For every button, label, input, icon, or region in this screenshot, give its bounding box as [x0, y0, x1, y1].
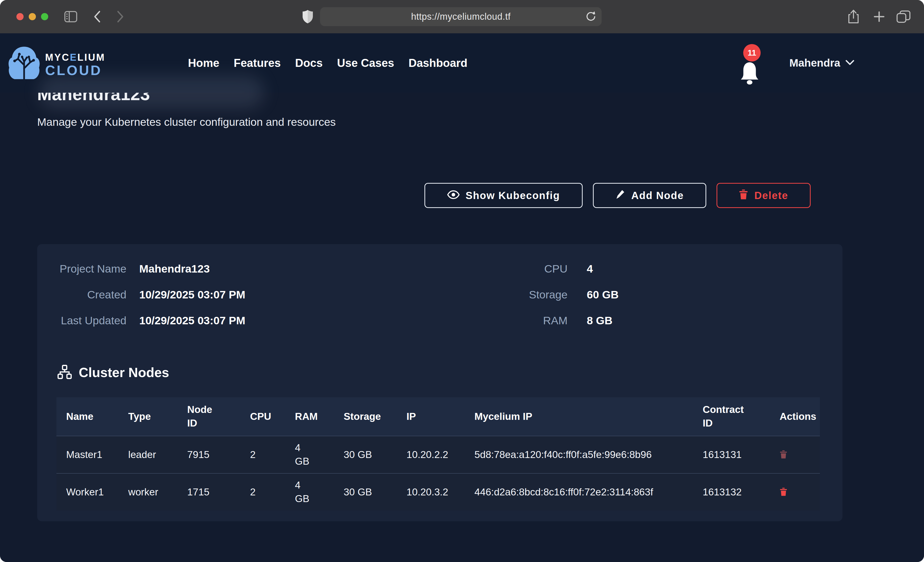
- info-value: 4: [587, 263, 593, 275]
- info-label: Created: [56, 288, 126, 301]
- info-row-project-name: Project Name Mahendra123: [56, 263, 245, 275]
- col-header-name: Name: [56, 397, 118, 436]
- eye-icon: [447, 190, 460, 201]
- logo-line-mycelium: MYCELIUM: [45, 52, 105, 62]
- cell-contract-id: 1613132: [693, 473, 770, 511]
- notifications-button[interactable]: 11: [737, 33, 770, 93]
- cluster-nodes-section-header: Cluster Nodes: [57, 365, 169, 380]
- col-header-actions: Actions: [770, 397, 820, 436]
- cell-mycelium-ip: 446:d2a6:8bcd:8c16:ff0f:72e2:3114:863f: [465, 473, 693, 511]
- nav-links: Home Features Docs Use Cases Dashboard: [188, 33, 468, 93]
- privacy-shield-icon[interactable]: [302, 0, 314, 33]
- zoom-window-button[interactable]: [41, 13, 48, 20]
- info-label: RAM: [470, 314, 567, 327]
- cell-ip: 10.20.3.2: [397, 473, 465, 511]
- page-content: Mahendra123 Manage your Kubernetes clust…: [0, 93, 924, 562]
- col-header-contract-id: Contract ID: [693, 397, 770, 436]
- cell-mycelium-ip: 5d8:78ea:a120:f40c:ff0f:a5fe:99e6:8b96: [465, 436, 693, 473]
- nav-link-docs[interactable]: Docs: [295, 57, 323, 69]
- user-name: Mahendra: [789, 57, 840, 69]
- network-nodes-icon: [57, 365, 72, 380]
- delete-cluster-button[interactable]: Delete: [717, 183, 811, 208]
- cell-name: Worker1: [56, 473, 118, 511]
- info-row-cpu: CPU 4: [470, 263, 619, 275]
- info-value: 60 GB: [587, 288, 619, 301]
- logo-wordmark: MYCELIUM CLOUD: [45, 52, 105, 77]
- info-label: Project Name: [56, 263, 126, 275]
- new-tab-icon[interactable]: [873, 0, 886, 33]
- site-logo[interactable]: MYCELIUM CLOUD: [7, 43, 105, 86]
- info-label: Storage: [470, 288, 567, 301]
- col-header-node-id: Node ID: [177, 397, 240, 436]
- info-row-created: Created 10/29/2025 03:07 PM: [56, 288, 245, 301]
- info-label: Last Updated: [56, 314, 126, 327]
- info-row-ram: RAM 8 GB: [470, 314, 619, 327]
- col-header-type: Type: [118, 397, 177, 436]
- info-label: CPU: [470, 263, 567, 275]
- browser-toolbar: https://myceliumcloud.tf: [0, 0, 924, 33]
- close-window-button[interactable]: [16, 13, 24, 20]
- page-subtitle: Manage your Kubernetes cluster configura…: [37, 116, 336, 129]
- chevron-down-icon: [845, 60, 855, 67]
- show-kubeconfig-button[interactable]: Show Kubeconfig: [424, 183, 583, 208]
- reload-icon[interactable]: [585, 10, 597, 24]
- project-info-left: Project Name Mahendra123 Created 10/29/2…: [56, 263, 245, 340]
- cell-ip: 10.20.2.2: [397, 436, 465, 473]
- col-header-cpu: CPU: [240, 397, 285, 436]
- project-details-card: Project Name Mahendra123 Created 10/29/2…: [37, 244, 843, 521]
- share-icon[interactable]: [847, 0, 860, 33]
- cell-cpu: 2: [240, 473, 285, 511]
- browser-window: https://myceliumcloud.tf: [0, 0, 924, 562]
- minimize-window-button[interactable]: [29, 13, 36, 20]
- info-row-last-updated: Last Updated 10/29/2025 03:07 PM: [56, 314, 245, 327]
- nav-link-features[interactable]: Features: [234, 57, 280, 69]
- trash-icon: [780, 450, 787, 460]
- cell-actions: [770, 436, 820, 473]
- back-button-icon[interactable]: [93, 0, 102, 33]
- site-navbar: MYCELIUM CLOUD Home Features Docs Use Ca…: [0, 33, 924, 93]
- info-value: Mahendra123: [139, 263, 210, 275]
- project-info-right: CPU 4 Storage 60 GB RAM 8 GB: [470, 263, 619, 340]
- col-header-mycelium-ip: Mycelium IP: [465, 397, 693, 436]
- info-row-storage: Storage 60 GB: [470, 288, 619, 301]
- cell-name: Master1: [56, 436, 118, 473]
- cell-ram: 4 GB: [285, 436, 334, 473]
- cell-node-id: 1715: [177, 473, 240, 511]
- cell-type: leader: [118, 436, 177, 473]
- cell-actions: [770, 473, 820, 511]
- info-value: 10/29/2025 03:07 PM: [139, 288, 245, 301]
- sidebar-toggle-icon[interactable]: [64, 0, 78, 33]
- cell-contract-id: 1613131: [693, 436, 770, 473]
- trash-icon: [780, 487, 787, 497]
- delete-node-button[interactable]: [780, 450, 787, 460]
- nav-link-use-cases[interactable]: Use Cases: [337, 57, 394, 69]
- nav-link-home[interactable]: Home: [188, 57, 219, 69]
- user-menu[interactable]: Mahendra: [789, 33, 855, 93]
- trash-icon: [739, 189, 748, 202]
- address-bar[interactable]: https://myceliumcloud.tf: [320, 7, 602, 26]
- info-value: 10/29/2025 03:07 PM: [139, 314, 245, 327]
- nav-link-dashboard[interactable]: Dashboard: [408, 57, 468, 69]
- add-node-button[interactable]: Add Node: [593, 183, 706, 208]
- cell-storage: 30 GB: [334, 436, 397, 473]
- cell-storage: 30 GB: [334, 473, 397, 511]
- col-header-ip: IP: [397, 397, 465, 436]
- delete-node-button[interactable]: [780, 487, 787, 497]
- pencil-icon: [615, 189, 625, 202]
- cell-node-id: 7915: [177, 436, 240, 473]
- notification-count-badge: 11: [743, 44, 760, 61]
- cluster-nodes-table: Name Type Node ID CPU RAM Storage IP Myc…: [56, 397, 820, 511]
- col-header-ram: RAM: [285, 397, 334, 436]
- col-header-storage: Storage: [334, 397, 397, 436]
- logo-line-cloud: CLOUD: [45, 63, 105, 77]
- cluster-nodes-title: Cluster Nodes: [79, 365, 169, 380]
- forward-button-icon[interactable]: [116, 0, 124, 33]
- cell-type: worker: [118, 473, 177, 511]
- cell-ram: 4 GB: [285, 473, 334, 511]
- mycelium-cloud-logo-icon: [7, 43, 41, 86]
- info-value: 8 GB: [587, 314, 612, 327]
- cell-cpu: 2: [240, 436, 285, 473]
- bell-icon: [740, 60, 760, 87]
- tab-overview-icon[interactable]: [896, 0, 911, 33]
- address-bar-url: https://myceliumcloud.tf: [411, 11, 511, 22]
